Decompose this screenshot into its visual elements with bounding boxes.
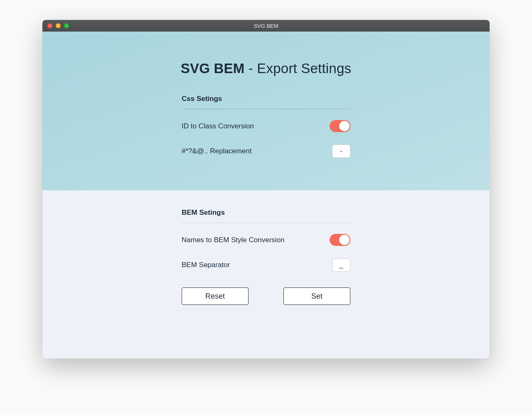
bem-section-area: BEM Setings Names to BEM Style Conversio… <box>42 190 490 359</box>
app-window: SVG BEM SVG BEM - Export Settings Css Se… <box>42 20 490 359</box>
setting-label: Names to BEM Style Conversion <box>182 236 285 244</box>
content: SVG BEM - Export Settings Css Setings ID… <box>42 32 490 359</box>
button-row: Reset Set <box>182 287 350 305</box>
css-settings-block: Css Setings ID to Class Conversion #*?&@… <box>182 95 350 170</box>
setting-row-bem-conversion: Names to BEM Style Conversion <box>182 234 350 246</box>
bem-conversion-toggle[interactable] <box>330 234 350 246</box>
bem-settings-heading: BEM Setings <box>182 209 350 223</box>
page-title-rest: - Export Settings <box>249 61 351 76</box>
setting-row-replacement: #*?&@.. Replacement <box>182 145 350 158</box>
replacement-input[interactable] <box>332 145 350 158</box>
setting-row-bem-separator: BEM Separator <box>182 258 350 272</box>
toggle-knob-icon <box>339 235 350 245</box>
css-settings-heading: Css Setings <box>182 95 350 109</box>
setting-label: BEM Separator <box>182 261 230 269</box>
reset-button[interactable]: Reset <box>182 287 249 305</box>
set-button[interactable]: Set <box>283 287 350 305</box>
close-icon[interactable] <box>47 23 52 28</box>
page-title: SVG BEM - Export Settings <box>181 61 351 76</box>
titlebar: SVG BEM <box>42 20 490 32</box>
page-title-strong: SVG BEM <box>181 61 245 76</box>
toggle-knob-icon <box>339 121 350 131</box>
setting-row-id-to-class: ID to Class Conversion <box>182 120 350 132</box>
setting-label: #*?&@.. Replacement <box>182 147 251 155</box>
hero-section: SVG BEM - Export Settings Css Setings ID… <box>42 32 490 190</box>
setting-label: ID to Class Conversion <box>182 122 254 130</box>
traffic-lights <box>42 23 69 28</box>
maximize-icon[interactable] <box>64 23 69 28</box>
bem-separator-input[interactable] <box>332 258 350 272</box>
window-title: SVG BEM <box>42 23 490 29</box>
minimize-icon[interactable] <box>56 23 61 28</box>
id-to-class-toggle[interactable] <box>330 120 350 132</box>
bem-settings-block: BEM Setings Names to BEM Style Conversio… <box>182 209 350 305</box>
